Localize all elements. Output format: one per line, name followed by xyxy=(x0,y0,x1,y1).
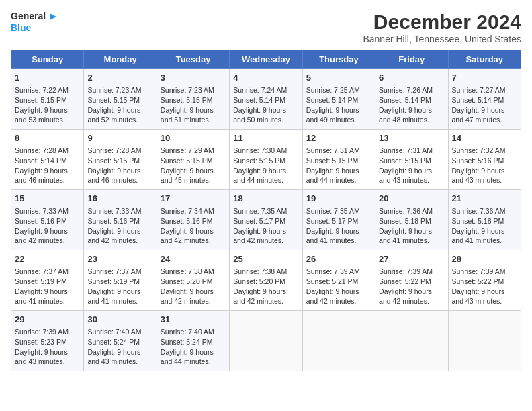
sunrise-text: Sunrise: 7:22 AM xyxy=(15,86,69,94)
calendar-cell: 29 Sunrise: 7:39 AM Sunset: 5:23 PM Dayl… xyxy=(11,311,84,371)
sunset-text: Sunset: 5:20 PM xyxy=(233,277,285,285)
sunset-text: Sunset: 5:24 PM xyxy=(87,338,140,346)
calendar-cell: 20 Sunrise: 7:36 AM Sunset: 5:18 PM Dayl… xyxy=(375,190,448,250)
calendar-cell: 23 Sunrise: 7:37 AM Sunset: 5:19 PM Dayl… xyxy=(84,250,157,311)
sunrise-text: Sunrise: 7:38 AM xyxy=(161,267,214,275)
calendar-cell: 24 Sunrise: 7:38 AM Sunset: 5:20 PM Dayl… xyxy=(157,250,229,311)
sunrise-text: Sunrise: 7:28 AM xyxy=(15,146,69,154)
day-number: 17 xyxy=(161,193,226,205)
day-number: 5 xyxy=(306,72,371,84)
calendar-cell: 8 Sunrise: 7:28 AM Sunset: 5:14 PM Dayli… xyxy=(11,130,84,190)
day-number: 19 xyxy=(306,193,371,205)
daylight-text: Daylight: 9 hours and 42 minutes. xyxy=(87,227,140,245)
daylight-text: Daylight: 9 hours and 50 minutes. xyxy=(233,106,286,124)
daylight-text: Daylight: 9 hours and 48 minutes. xyxy=(379,106,432,124)
sunset-text: Sunset: 5:15 PM xyxy=(233,156,285,165)
sunrise-text: Sunrise: 7:39 AM xyxy=(306,267,360,275)
location-subtitle: Banner Hill, Tennessee, United States xyxy=(363,34,521,44)
sunrise-text: Sunrise: 7:31 AM xyxy=(306,146,360,154)
daylight-text: Daylight: 9 hours and 45 minutes. xyxy=(161,167,214,185)
sunrise-text: Sunrise: 7:28 AM xyxy=(87,146,141,154)
calendar-cell: 4 Sunrise: 7:24 AM Sunset: 5:14 PM Dayli… xyxy=(230,69,302,130)
weekday-header-friday: Friday xyxy=(375,50,448,69)
sunset-text: Sunset: 5:17 PM xyxy=(306,217,359,225)
calendar-header-row: SundayMondayTuesdayWednesdayThursdayFrid… xyxy=(11,50,521,69)
daylight-text: Daylight: 9 hours and 44 minutes. xyxy=(233,167,286,185)
day-number: 16 xyxy=(87,193,152,205)
sunset-text: Sunset: 5:17 PM xyxy=(233,217,285,225)
calendar-cell: 22 Sunrise: 7:37 AM Sunset: 5:19 PM Dayl… xyxy=(11,250,84,311)
day-number: 23 xyxy=(87,253,152,265)
day-number: 30 xyxy=(87,314,152,326)
sunset-text: Sunset: 5:15 PM xyxy=(379,156,431,165)
calendar-cell: 31 Sunrise: 7:40 AM Sunset: 5:24 PM Dayl… xyxy=(157,311,229,371)
calendar-cell: 16 Sunrise: 7:33 AM Sunset: 5:16 PM Dayl… xyxy=(84,190,157,250)
daylight-text: Daylight: 9 hours and 47 minutes. xyxy=(452,106,505,124)
day-number: 22 xyxy=(15,253,80,265)
day-number: 11 xyxy=(233,132,298,144)
calendar-cell: 17 Sunrise: 7:34 AM Sunset: 5:16 PM Dayl… xyxy=(157,190,229,250)
sunrise-text: Sunrise: 7:37 AM xyxy=(87,267,141,275)
calendar-cell: 2 Sunrise: 7:23 AM Sunset: 5:15 PM Dayli… xyxy=(84,69,157,130)
sunset-text: Sunset: 5:15 PM xyxy=(87,96,140,104)
daylight-text: Daylight: 9 hours and 44 minutes. xyxy=(161,348,214,366)
sunset-text: Sunset: 5:24 PM xyxy=(161,338,213,346)
day-number: 26 xyxy=(306,253,371,265)
day-number: 15 xyxy=(15,193,80,205)
day-number: 24 xyxy=(161,253,226,265)
calendar-title: December 2024 xyxy=(363,11,521,34)
calendar-cell: 25 Sunrise: 7:38 AM Sunset: 5:20 PM Dayl… xyxy=(230,250,302,311)
calendar-table: SundayMondayTuesdayWednesdayThursdayFrid… xyxy=(11,50,521,371)
sunset-text: Sunset: 5:16 PM xyxy=(15,217,67,225)
daylight-text: Daylight: 9 hours and 41 minutes. xyxy=(87,287,140,306)
day-number: 1 xyxy=(15,72,80,84)
day-number: 9 xyxy=(87,132,152,144)
daylight-text: Daylight: 9 hours and 42 minutes. xyxy=(233,227,286,245)
sunrise-text: Sunrise: 7:32 AM xyxy=(452,146,506,154)
calendar-cell xyxy=(448,311,521,371)
calendar-cell xyxy=(230,311,302,371)
sunrise-text: Sunrise: 7:37 AM xyxy=(15,267,69,275)
daylight-text: Daylight: 9 hours and 46 minutes. xyxy=(15,167,68,185)
sunset-text: Sunset: 5:14 PM xyxy=(233,96,285,104)
logo-container: General Blue xyxy=(11,11,59,33)
day-number: 8 xyxy=(15,132,80,144)
sunset-text: Sunset: 5:18 PM xyxy=(379,217,431,225)
day-number: 20 xyxy=(379,193,444,205)
daylight-text: Daylight: 9 hours and 49 minutes. xyxy=(306,106,359,124)
calendar-cell: 5 Sunrise: 7:25 AM Sunset: 5:14 PM Dayli… xyxy=(302,69,375,130)
day-number: 21 xyxy=(452,193,517,205)
daylight-text: Daylight: 9 hours and 41 minutes. xyxy=(15,287,68,306)
calendar-cell: 14 Sunrise: 7:32 AM Sunset: 5:16 PM Dayl… xyxy=(448,130,521,190)
sunset-text: Sunset: 5:15 PM xyxy=(306,156,359,165)
day-number: 13 xyxy=(379,132,444,144)
daylight-text: Daylight: 9 hours and 51 minutes. xyxy=(161,106,214,124)
calendar-cell: 9 Sunrise: 7:28 AM Sunset: 5:15 PM Dayli… xyxy=(84,130,157,190)
daylight-text: Daylight: 9 hours and 42 minutes. xyxy=(161,287,214,306)
sunset-text: Sunset: 5:16 PM xyxy=(161,217,213,225)
day-number: 12 xyxy=(306,132,371,144)
calendar-cell: 3 Sunrise: 7:23 AM Sunset: 5:15 PM Dayli… xyxy=(157,69,229,130)
day-number: 25 xyxy=(233,253,298,265)
sunrise-text: Sunrise: 7:23 AM xyxy=(161,86,214,94)
calendar-cell: 26 Sunrise: 7:39 AM Sunset: 5:21 PM Dayl… xyxy=(302,250,375,311)
title-area: December 2024 Banner Hill, Tennessee, Un… xyxy=(363,11,521,44)
sunset-text: Sunset: 5:20 PM xyxy=(161,277,213,285)
sunset-text: Sunset: 5:14 PM xyxy=(379,96,431,104)
sunset-text: Sunset: 5:14 PM xyxy=(306,96,359,104)
daylight-text: Daylight: 9 hours and 44 minutes. xyxy=(306,167,359,185)
calendar-cell: 18 Sunrise: 7:35 AM Sunset: 5:17 PM Dayl… xyxy=(230,190,302,250)
sunrise-text: Sunrise: 7:30 AM xyxy=(233,146,287,154)
day-number: 18 xyxy=(233,193,298,205)
day-number: 29 xyxy=(15,314,80,326)
sunset-text: Sunset: 5:14 PM xyxy=(15,156,67,165)
sunrise-text: Sunrise: 7:38 AM xyxy=(233,267,287,275)
weekday-header-thursday: Thursday xyxy=(302,50,375,69)
sunset-text: Sunset: 5:22 PM xyxy=(452,277,504,285)
sunrise-text: Sunrise: 7:39 AM xyxy=(15,328,69,336)
day-number: 3 xyxy=(161,72,226,84)
calendar-cell: 30 Sunrise: 7:40 AM Sunset: 5:24 PM Dayl… xyxy=(84,311,157,371)
calendar-week-row: 1 Sunrise: 7:22 AM Sunset: 5:15 PM Dayli… xyxy=(11,69,521,130)
sunset-text: Sunset: 5:19 PM xyxy=(87,277,140,285)
sunset-text: Sunset: 5:18 PM xyxy=(452,217,504,225)
